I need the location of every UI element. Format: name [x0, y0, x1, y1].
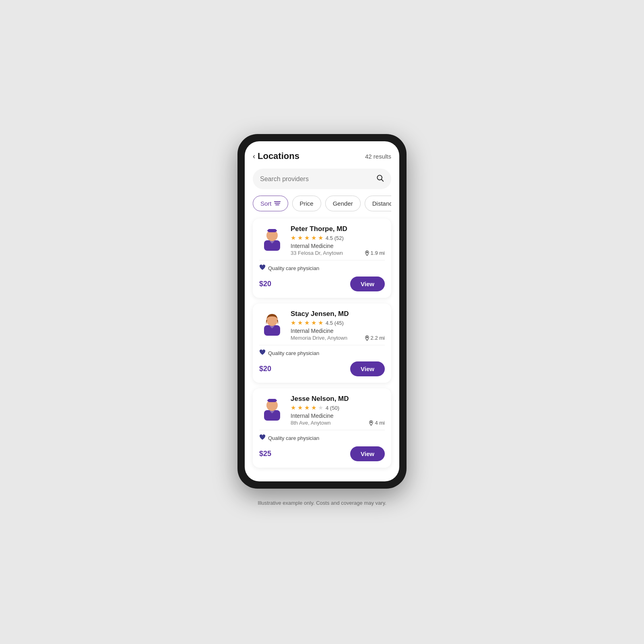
card-top: Peter Thorpe, MD ★★★★★ 4.5 (52) Internal…	[259, 225, 385, 260]
back-button[interactable]: ‹	[253, 152, 255, 161]
star-full: ★	[297, 234, 303, 242]
star-full: ★	[297, 319, 303, 326]
provider-name: Peter Thorpe, MD	[291, 225, 385, 233]
price: $20	[259, 365, 271, 373]
card-info: Stacy Jensen, MD ★★★★★ 4.5 (45) Internal…	[291, 310, 385, 345]
rating-text: 4.5 (52)	[326, 235, 344, 241]
badge-row: Quality care physician	[259, 434, 385, 442]
star-full: ★	[311, 234, 316, 242]
stars-row: ★★★★★ 4.5 (52)	[291, 234, 385, 242]
avatar	[259, 395, 285, 421]
filter-row: Sort Price Gender Dista	[253, 196, 391, 211]
gender-filter-button[interactable]: Gender	[325, 196, 361, 211]
star-full: ★	[304, 319, 310, 326]
view-button[interactable]: View	[350, 446, 385, 461]
provider-name: Jesse Nelson, MD	[291, 395, 385, 403]
rating-text: 4.5 (45)	[326, 320, 344, 326]
search-icon	[376, 174, 384, 184]
star-full: ★	[304, 234, 310, 242]
heart-icon	[259, 349, 266, 357]
star-full: ★	[311, 319, 316, 326]
badge-text: Quality care physician	[268, 435, 319, 441]
address-row: 8th Ave, Anytown 4 mi	[291, 420, 385, 426]
provider-card: Stacy Jensen, MD ★★★★★ 4.5 (45) Internal…	[253, 303, 391, 383]
disclaimer: Illustrative example only. Costs and cov…	[258, 500, 386, 510]
provider-name: Stacy Jensen, MD	[291, 310, 385, 318]
svg-point-12	[366, 336, 367, 338]
card-bottom: $25 View	[259, 446, 385, 461]
header: ‹ Locations 42 results	[253, 151, 391, 161]
price: $25	[259, 450, 271, 458]
svg-point-9	[366, 252, 367, 253]
badge-row: Quality care physician	[259, 349, 385, 357]
badge-text: Quality care physician	[268, 265, 319, 271]
view-button[interactable]: View	[350, 277, 385, 291]
star-half: ★	[318, 234, 323, 242]
phone-frame: ‹ Locations 42 results Sort	[237, 134, 407, 489]
provider-card: Peter Thorpe, MD ★★★★★ 4.5 (52) Internal…	[253, 219, 391, 298]
svg-point-17	[371, 421, 372, 423]
heart-icon	[259, 434, 266, 442]
sort-filter-button[interactable]: Sort	[253, 196, 288, 211]
gender-label: Gender	[333, 200, 353, 207]
card-info: Peter Thorpe, MD ★★★★★ 4.5 (52) Internal…	[291, 225, 385, 260]
distance: 1.9 mi	[365, 250, 385, 256]
svg-line-1	[382, 180, 384, 182]
star-half: ★	[318, 319, 323, 326]
card-bottom: $20 View	[259, 361, 385, 376]
address-row: 33 Felosa Dr, Anytown 1.9 mi	[291, 250, 385, 256]
phone-screen: ‹ Locations 42 results Sort	[245, 141, 399, 481]
avatar	[259, 225, 285, 251]
address-row: Memoria Drive, Anytown 2.2 mi	[291, 335, 385, 341]
specialty: Internal Medicine	[291, 243, 385, 249]
address: Memoria Drive, Anytown	[291, 335, 347, 341]
badge-text: Quality care physician	[268, 350, 319, 356]
distance: 2.2 mi	[365, 335, 385, 341]
card-bottom: $20 View	[259, 277, 385, 291]
page-title: Locations	[258, 151, 299, 161]
stars-row: ★★★★★ 4 (50)	[291, 404, 385, 411]
star-full: ★	[291, 404, 296, 411]
card-top: Stacy Jensen, MD ★★★★★ 4.5 (45) Internal…	[259, 310, 385, 345]
divider	[259, 345, 385, 345]
heart-icon	[259, 264, 266, 272]
search-input[interactable]	[260, 175, 376, 183]
sort-label: Sort	[260, 200, 272, 207]
price-label: Price	[300, 200, 314, 207]
divider	[259, 260, 385, 260]
specialty: Internal Medicine	[291, 413, 385, 419]
distance-filter-button[interactable]: Distance	[365, 196, 391, 211]
distance: 4 mi	[369, 420, 385, 426]
card-top: Jesse Nelson, MD ★★★★★ 4 (50) Internal M…	[259, 395, 385, 430]
provider-card: Jesse Nelson, MD ★★★★★ 4 (50) Internal M…	[253, 388, 391, 468]
star-full: ★	[291, 234, 296, 242]
address: 8th Ave, Anytown	[291, 420, 331, 426]
divider	[259, 430, 385, 430]
price-filter-button[interactable]: Price	[292, 196, 321, 211]
results-count: 42 results	[365, 153, 391, 160]
search-bar[interactable]	[253, 169, 391, 189]
svg-rect-16	[268, 399, 276, 402]
view-button[interactable]: View	[350, 361, 385, 376]
rating-text: 4 (50)	[326, 405, 339, 411]
stars-row: ★★★★★ 4.5 (45)	[291, 319, 385, 326]
card-info: Jesse Nelson, MD ★★★★★ 4 (50) Internal M…	[291, 395, 385, 430]
provider-list: Peter Thorpe, MD ★★★★★ 4.5 (52) Internal…	[253, 219, 391, 468]
address: 33 Felosa Dr, Anytown	[291, 250, 343, 256]
avatar	[259, 310, 285, 336]
star-full: ★	[291, 319, 296, 326]
star-empty: ★	[318, 404, 323, 411]
specialty: Internal Medicine	[291, 328, 385, 334]
badge-row: Quality care physician	[259, 264, 385, 272]
header-left: ‹ Locations	[253, 151, 299, 161]
price: $20	[259, 280, 271, 288]
star-full: ★	[311, 404, 316, 411]
distance-label: Distance	[372, 200, 391, 207]
star-full: ★	[297, 404, 303, 411]
svg-rect-8	[268, 229, 276, 232]
star-full: ★	[304, 404, 310, 411]
sort-icon	[274, 200, 281, 207]
screen-content: ‹ Locations 42 results Sort	[245, 141, 399, 481]
